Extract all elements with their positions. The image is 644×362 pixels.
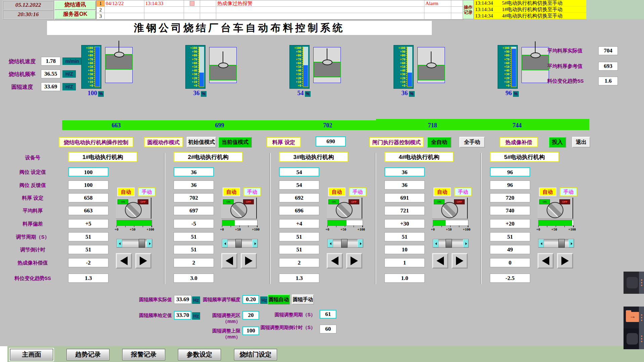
overlay-widget[interactable] (624, 272, 644, 294)
nav-parameter-setting-button[interactable]: 参数设定 (178, 349, 221, 360)
alarm-row[interactable]: 3 (97, 13, 463, 19)
server-ok-button[interactable]: 服务器OK (54, 10, 96, 19)
device-column-3: 3#电动执行机构 54 54 692 696 +4 51 51 2 1.3 自动… (279, 152, 380, 286)
sinter-actuator-control-button[interactable]: 烧结电动执行机构操作控制 (59, 137, 133, 147)
slider-right-arrow-icon[interactable] (358, 239, 363, 247)
rotary-switch-knob-icon[interactable] (547, 202, 563, 218)
manual-mode-button[interactable]: 手动 (454, 188, 472, 196)
thickness-set-input[interactable]: 690 (316, 136, 346, 147)
initial-value-mode-button[interactable]: 初始值模式 (187, 137, 216, 148)
thermal-comp-value: 1 (384, 258, 425, 267)
full-manual-button[interactable]: 全手动 (459, 137, 485, 148)
increase-button[interactable] (452, 253, 468, 269)
nav-sinter-gate-setting-button[interactable]: 烧结门设定 (234, 349, 277, 360)
valve-position-fill (222, 220, 235, 226)
auto-mode-button[interactable]: 自动 (223, 188, 240, 196)
operation-log-entry[interactable]: 13:14:34 5#电动执行机构切换至手动 (474, 0, 586, 6)
drag-dots-icon[interactable] (639, 328, 644, 349)
roller-freq-actual-value: 33.69 (174, 295, 191, 304)
probe-line-icon (431, 51, 431, 64)
valve-slider[interactable] (327, 239, 363, 248)
engage-button[interactable]: 投入 (549, 137, 566, 148)
slider-left-arrow-icon[interactable] (222, 239, 228, 247)
gauge-fill (95, 47, 100, 87)
increase-button[interactable] (135, 253, 151, 269)
slider-right-arrow-icon[interactable] (568, 239, 574, 247)
increase-button[interactable] (241, 253, 257, 269)
decrease-button[interactable] (327, 253, 343, 269)
roller-auto-button[interactable]: 圆辊自动 (268, 294, 290, 305)
auto-mode-button[interactable]: 自动 (539, 188, 556, 196)
rotary-switch-knob-icon[interactable] (441, 202, 458, 218)
drag-dots-icon[interactable] (639, 307, 644, 328)
scale-label: +60 (186, 62, 197, 65)
bar-scale: +0+50+100 (220, 227, 260, 231)
valve-setpoint-input[interactable]: 36 (384, 167, 425, 176)
operation-log-entry[interactable]: 13:14:34 4#电动执行机构切换至手动 (474, 13, 586, 19)
roller-action-mode-button[interactable]: 圆棍动作模式 (144, 137, 183, 147)
valve-setpoint-input[interactable]: 36 (174, 167, 214, 176)
roller-freq-step-input[interactable]: 0.20 (242, 295, 259, 304)
scale-label: +90 (82, 50, 93, 53)
manual-mode-button[interactable]: 手动 (138, 188, 155, 196)
valve-setpoint-input[interactable]: 54 (279, 167, 319, 176)
roller-cycle-input[interactable]: 61 (320, 310, 336, 319)
increase-button[interactable] (346, 253, 362, 269)
nav-trend-record-button[interactable]: 趋势记录 (66, 349, 109, 360)
valve-setpoint-input[interactable]: 100 (68, 167, 108, 176)
manual-mode-button[interactable]: 手动 (349, 188, 366, 196)
alarm-row[interactable]: 1 04/12/22 13:14:33 热成像过热报警 Alarm (97, 0, 463, 7)
slider-left-arrow-icon[interactable] (117, 239, 122, 247)
decrease-button[interactable] (221, 253, 237, 269)
valve-slider[interactable] (117, 239, 152, 248)
roller-upper-limit-input[interactable]: 100 (242, 326, 259, 335)
scale-label: +30 (290, 73, 301, 76)
slider-thumb[interactable] (139, 239, 145, 248)
auto-mode-button[interactable]: 自动 (117, 188, 135, 196)
roller-manual-button[interactable]: 圆辊手动 (292, 294, 314, 305)
operation-log-entry[interactable]: 13:14:34 1#电动执行机构切换至手动 (474, 6, 586, 13)
alarm-row[interactable]: 2 (97, 7, 463, 13)
slider-left-arrow-icon[interactable] (539, 239, 544, 247)
slider-right-arrow-icon[interactable] (463, 239, 468, 247)
rotary-switch-knob-icon[interactable] (230, 202, 247, 218)
manual-mode-button[interactable]: 手动 (560, 188, 577, 196)
full-auto-button[interactable]: 全自动 (427, 137, 451, 148)
valve-slider[interactable] (222, 239, 258, 248)
roller-deadband-input[interactable]: 20 (242, 311, 259, 320)
decrease-button[interactable] (116, 253, 132, 269)
valve-setpoint-input[interactable]: 96 (490, 167, 530, 176)
slider-thumb[interactable] (558, 239, 565, 248)
decrease-button[interactable] (538, 253, 554, 269)
slider-left-arrow-icon[interactable] (433, 239, 439, 247)
roller-freq-set-input[interactable]: 33.70 (174, 311, 191, 320)
auto-mode-button[interactable]: 自动 (328, 188, 346, 196)
decrease-button[interactable] (432, 253, 448, 269)
slider-right-arrow-icon[interactable] (252, 239, 258, 247)
increase-button[interactable] (557, 253, 573, 269)
valve-slider[interactable] (433, 239, 469, 248)
slider-thumb[interactable] (341, 239, 348, 248)
rotary-switch-knob-icon[interactable] (125, 202, 142, 218)
slider-thumb[interactable] (235, 239, 242, 248)
scale-label: +40 (290, 69, 301, 72)
auto-mode-button[interactable]: 自动 (433, 188, 451, 196)
exit-button[interactable]: 退出 (572, 137, 590, 148)
drag-dots-icon[interactable] (639, 272, 644, 294)
overlay-widget[interactable] (624, 328, 644, 349)
scale-label: +0 (220, 227, 224, 231)
current-value-mode-button[interactable]: 当前值模式 (218, 137, 252, 148)
log-message: 4#电动执行机构切换至手动 (502, 13, 586, 19)
scale-label: +100 (463, 227, 470, 231)
nav-main-screen-button[interactable]: 主画面 (10, 349, 53, 360)
nav-alarm-record-button[interactable]: 报警记录 (122, 349, 165, 360)
overlay-widget[interactable] (624, 307, 644, 328)
rotary-switch-knob-icon[interactable] (336, 202, 353, 218)
sinter-comm-button[interactable]: 烧结通讯 (54, 1, 96, 10)
slider-thumb[interactable] (446, 239, 452, 248)
slider-right-arrow-icon[interactable] (147, 239, 152, 247)
slider-left-arrow-icon[interactable] (328, 239, 333, 247)
manual-mode-button[interactable]: 手动 (243, 188, 261, 196)
valve-slider[interactable] (538, 239, 574, 248)
sinter-speed-label: 烧结机速度 (5, 58, 40, 65)
